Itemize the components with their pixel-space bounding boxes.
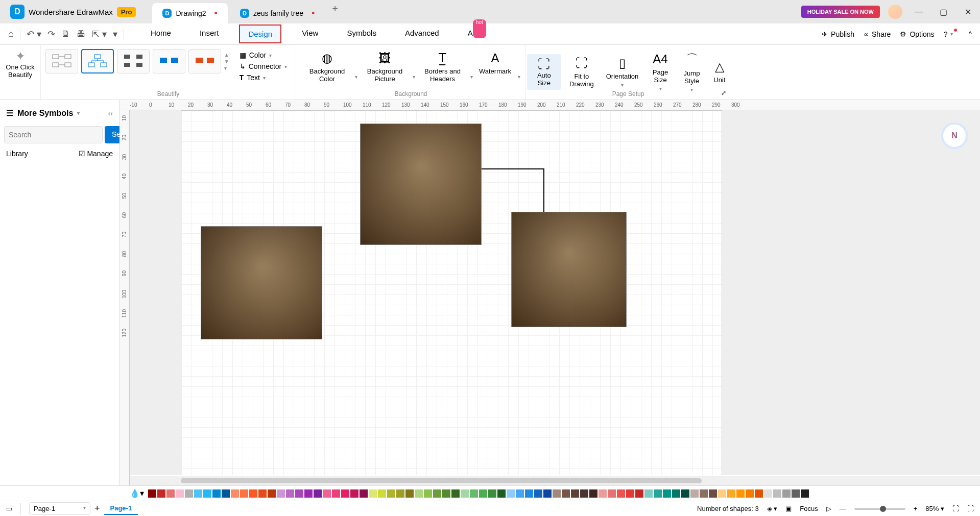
color-swatch[interactable] <box>801 489 809 498</box>
color-swatch[interactable] <box>405 489 414 498</box>
menu-view[interactable]: View <box>294 24 326 43</box>
help-button[interactable]: ?▾ <box>944 30 960 38</box>
print-button[interactable]: 🖶 <box>77 29 86 39</box>
zoom-slider[interactable] <box>854 508 905 510</box>
redo-button[interactable]: ↷ <box>47 29 55 40</box>
ai-fab[interactable]: N <box>941 122 968 149</box>
page-dropdown[interactable]: Page-1▾ <box>29 502 90 515</box>
borders-button[interactable]: T̲Borders and Headers <box>417 49 468 85</box>
color-swatch[interactable] <box>424 489 432 498</box>
presentation-button[interactable]: ▣ <box>785 505 792 512</box>
color-swatch[interactable] <box>589 489 597 498</box>
zoom-level[interactable]: 85% ▾ <box>925 505 944 512</box>
jump-style-button[interactable]: ⌒Jump Style▾ <box>678 49 705 94</box>
color-swatch[interactable] <box>681 489 689 498</box>
panel-toggle-icon[interactable]: ▭ <box>6 505 12 512</box>
menu-symbols[interactable]: Symbols <box>339 24 385 43</box>
color-swatch[interactable] <box>534 489 542 498</box>
color-swatch[interactable] <box>332 489 340 498</box>
export-button[interactable]: ⇱ ▾ <box>92 29 107 40</box>
color-swatch[interactable] <box>718 489 726 498</box>
color-swatch[interactable] <box>672 489 680 498</box>
color-swatch[interactable] <box>479 489 487 498</box>
holiday-banner[interactable]: HOLIDAY SALE ON NOW <box>801 6 880 18</box>
color-swatch[interactable] <box>571 489 579 498</box>
image-zeus[interactable] <box>360 124 482 245</box>
menu-ai-wrap[interactable]: AI hot <box>460 24 490 43</box>
color-swatch[interactable] <box>782 489 791 498</box>
color-swatch[interactable] <box>387 489 395 498</box>
color-swatch[interactable] <box>350 489 358 498</box>
play-button[interactable]: ▷ <box>826 505 831 512</box>
color-swatch[interactable] <box>488 489 496 498</box>
color-swatch[interactable] <box>654 489 662 498</box>
color-swatch[interactable] <box>626 489 634 498</box>
menu-advanced[interactable]: Advanced <box>397 24 447 43</box>
color-swatch[interactable] <box>644 489 653 498</box>
color-swatch[interactable] <box>727 489 735 498</box>
zoom-out-button[interactable]: — <box>840 505 846 512</box>
color-swatch[interactable] <box>516 489 524 498</box>
color-swatch[interactable] <box>268 489 276 498</box>
color-swatch[interactable] <box>277 489 285 498</box>
watermark-button[interactable]: AWatermark <box>475 49 516 85</box>
color-swatch[interactable] <box>451 489 460 498</box>
color-swatch[interactable] <box>617 489 625 498</box>
color-swatch[interactable] <box>507 489 515 498</box>
collapse-ribbon-icon[interactable]: ^ <box>968 30 972 38</box>
layers-button[interactable]: ◈ ▾ <box>767 505 778 512</box>
focus-button[interactable]: Focus <box>800 505 818 512</box>
page-tab-1[interactable]: Page-1 <box>104 502 138 515</box>
theme-scroll[interactable]: ▲▼▾ <box>224 52 229 71</box>
connector-line[interactable] <box>482 168 544 212</box>
paint-icon[interactable]: 💧▾ <box>130 488 144 498</box>
color-swatch[interactable] <box>396 489 404 498</box>
undo-button[interactable]: ↶ ▾ <box>27 29 41 40</box>
options-button[interactable]: ⚙Options <box>900 30 934 38</box>
page[interactable] <box>181 110 722 475</box>
maximize-button[interactable]: ▢ <box>935 4 951 20</box>
color-swatch[interactable] <box>212 489 221 498</box>
tab-dirty-icon[interactable]: • <box>312 8 315 19</box>
color-swatch[interactable] <box>166 489 175 498</box>
color-swatch[interactable] <box>470 489 478 498</box>
color-swatch[interactable] <box>433 489 441 498</box>
color-swatch[interactable] <box>286 489 294 498</box>
color-swatch[interactable] <box>709 489 717 498</box>
collapse-icon[interactable]: ‹‹ <box>108 109 113 117</box>
color-swatch[interactable] <box>599 489 607 498</box>
manage-button[interactable]: ☑ Manage <box>79 150 113 158</box>
image-goddess-left[interactable] <box>201 226 322 339</box>
color-swatch[interactable] <box>185 489 193 498</box>
zoom-in-button[interactable]: + <box>914 505 918 512</box>
color-swatch[interactable] <box>792 489 800 498</box>
color-swatch[interactable] <box>525 489 533 498</box>
color-swatch[interactable] <box>663 489 671 498</box>
color-swatch[interactable] <box>360 489 368 498</box>
theme-thumb-5[interactable] <box>188 49 221 73</box>
color-swatch[interactable] <box>755 489 763 498</box>
color-swatch[interactable] <box>553 489 561 498</box>
color-swatch[interactable] <box>497 489 506 498</box>
color-swatch[interactable] <box>580 489 588 498</box>
bg-picture-button[interactable]: 🖼Background Picture <box>360 49 411 85</box>
color-swatch[interactable] <box>562 489 570 498</box>
color-swatch[interactable] <box>323 489 331 498</box>
bg-color-button[interactable]: ◍Background Color <box>302 49 353 85</box>
minimize-button[interactable]: — <box>911 4 927 20</box>
color-swatch[interactable] <box>258 489 267 498</box>
fit-button[interactable]: ⛶Fit to Drawing <box>565 54 598 90</box>
tab-dirty-icon[interactable]: • <box>214 8 218 19</box>
close-button[interactable]: ✕ <box>960 4 976 20</box>
color-swatch[interactable] <box>773 489 781 498</box>
color-swatch[interactable] <box>442 489 450 498</box>
home-icon[interactable]: ⌂ <box>8 29 14 39</box>
canvas[interactable] <box>130 110 980 475</box>
save-button[interactable]: 🗎 <box>61 29 70 39</box>
color-swatch[interactable] <box>231 489 239 498</box>
one-click-beautify[interactable]: ✦ One Click Beautify <box>0 45 41 100</box>
more-button[interactable]: ▾ <box>113 29 117 40</box>
color-swatch[interactable] <box>249 489 257 498</box>
fit-page-button[interactable]: ⛶ <box>967 505 974 512</box>
panel-header[interactable]: ☰ More Symbols ▾ ‹‹ <box>4 104 115 122</box>
